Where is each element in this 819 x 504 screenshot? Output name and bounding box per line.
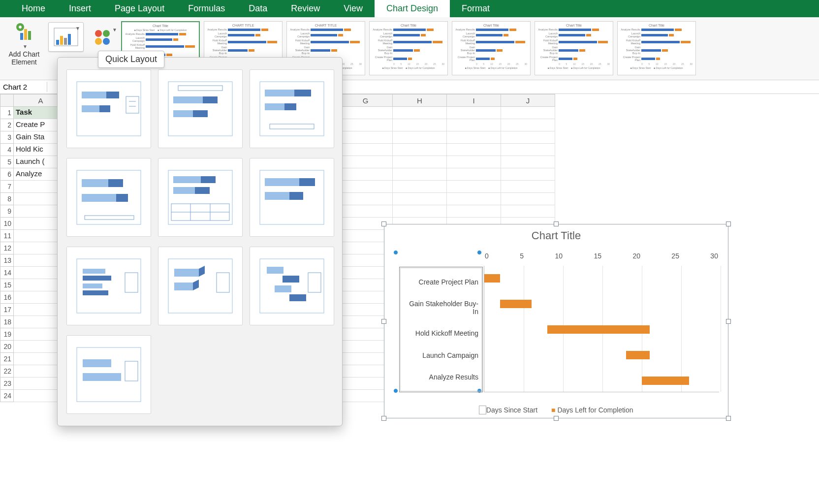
row-header[interactable]: 14 [0, 267, 14, 279]
cell[interactable] [501, 156, 555, 168]
row-header[interactable]: 15 [0, 279, 14, 291]
legend-item-days-left[interactable]: Days Left for Completion [551, 406, 633, 414]
cell[interactable] [501, 131, 555, 144]
chart-bar[interactable] [500, 300, 532, 308]
cell[interactable] [447, 181, 501, 193]
quick-layout-option-5[interactable] [158, 158, 243, 237]
row-header[interactable]: 16 [0, 291, 14, 304]
tab-home[interactable]: Home [10, 0, 57, 17]
cell[interactable] [393, 156, 447, 168]
cell[interactable] [393, 131, 447, 144]
chart-value-axis[interactable]: 051015202530 [484, 252, 719, 260]
cell[interactable] [393, 144, 447, 156]
change-colors-button[interactable]: ▼ [88, 24, 117, 51]
row-header[interactable]: 12 [0, 242, 14, 254]
cell[interactable] [447, 144, 501, 156]
cell[interactable] [339, 144, 393, 156]
add-chart-element-button[interactable]: ▼ Add Chart Element [4, 20, 44, 67]
chart-legend[interactable]: Days Since Start Days Left for Completio… [393, 402, 719, 414]
cell[interactable] [447, 107, 501, 119]
select-all-corner[interactable] [0, 94, 14, 107]
cell[interactable] [393, 107, 447, 119]
chart-style-option-6[interactable]: Chart TitleAnalyze ResultsLaunch Campaig… [535, 21, 613, 75]
row-header[interactable]: 4 [0, 144, 14, 156]
chart-bar[interactable] [642, 377, 689, 385]
cell[interactable] [339, 156, 393, 168]
cell[interactable] [501, 107, 555, 119]
tab-insert[interactable]: Insert [57, 0, 103, 17]
tab-view[interactable]: View [332, 0, 375, 17]
resize-handle[interactable] [554, 221, 559, 226]
row-header[interactable]: 3 [0, 131, 14, 144]
resize-handle[interactable] [554, 416, 559, 421]
row-header[interactable]: 13 [0, 254, 14, 267]
row-header[interactable]: 11 [0, 230, 14, 242]
cell[interactable] [501, 168, 555, 181]
chart-style-option-7[interactable]: Chart TitleAnalyze ResultsLaunch Campaig… [617, 21, 696, 75]
cell[interactable] [339, 131, 393, 144]
cell[interactable] [393, 119, 447, 131]
quick-layout-button[interactable]: ▼ [48, 22, 84, 52]
row-header[interactable]: 19 [0, 328, 14, 341]
cell[interactable] [447, 131, 501, 144]
name-box[interactable]: Chart 2 [0, 82, 47, 92]
row-header[interactable]: 22 [0, 365, 14, 378]
quick-layout-option-1[interactable] [66, 69, 151, 148]
row-header[interactable]: 1 [0, 107, 14, 119]
tab-chart-design[interactable]: Chart Design [375, 0, 450, 17]
cell[interactable] [501, 181, 555, 193]
quick-layout-option-7[interactable] [66, 247, 151, 325]
cell[interactable] [501, 144, 555, 156]
row-header[interactable]: 5 [0, 156, 14, 168]
row-header[interactable]: 18 [0, 316, 14, 328]
row-header[interactable]: 9 [0, 205, 14, 218]
cell[interactable] [393, 205, 447, 218]
cell[interactable] [447, 156, 501, 168]
chart-object[interactable]: Chart Title Create Project PlanGain Stak… [384, 224, 728, 418]
resize-handle[interactable] [381, 221, 386, 226]
tab-review[interactable]: Review [279, 0, 332, 17]
row-header[interactable]: 20 [0, 341, 14, 353]
row-header[interactable]: 8 [0, 193, 14, 205]
resize-handle[interactable] [381, 319, 386, 324]
legend-item-days-since-start[interactable]: Days Since Start [479, 406, 537, 414]
resize-handle[interactable] [726, 221, 731, 226]
tab-format[interactable]: Format [450, 0, 502, 17]
resize-handle[interactable] [726, 319, 731, 324]
quick-layout-option-3[interactable] [250, 69, 334, 148]
column-header[interactable]: G [339, 94, 393, 107]
chart-style-option-5[interactable]: Chart TitleAnalyze ResultsLaunch Campaig… [452, 21, 531, 75]
cell[interactable] [447, 205, 501, 218]
tab-formulas[interactable]: Formulas [176, 0, 237, 17]
chart-plot-area[interactable]: Create Project PlanGain Stakeholder Buy-… [393, 247, 719, 402]
chart-style-option-4[interactable]: Chart TitleAnalyze ResultsLaunch Campaig… [369, 21, 448, 75]
cell[interactable] [393, 193, 447, 205]
chart-bar[interactable] [484, 274, 500, 283]
cell[interactable] [501, 205, 555, 218]
chart-title[interactable]: Chart Title [393, 229, 719, 242]
quick-layout-option-9[interactable] [250, 247, 334, 325]
cell[interactable] [501, 193, 555, 205]
cell[interactable] [339, 181, 393, 193]
cell[interactable] [339, 205, 393, 218]
row-header[interactable]: 23 [0, 378, 14, 390]
cell[interactable] [447, 193, 501, 205]
row-header[interactable]: 24 [0, 390, 14, 402]
row-header[interactable]: 17 [0, 304, 14, 316]
resize-handle[interactable] [726, 416, 731, 421]
column-header[interactable]: J [501, 94, 555, 107]
quick-layout-option-8[interactable] [158, 247, 243, 325]
chart-category-axis[interactable]: Create Project PlanGain Stakeholder Buy-… [399, 267, 483, 392]
cell[interactable] [447, 168, 501, 181]
tab-page-layout[interactable]: Page Layout [103, 0, 176, 17]
quick-layout-option-10[interactable] [66, 335, 151, 414]
column-header[interactable]: H [393, 94, 447, 107]
quick-layout-option-2[interactable] [158, 69, 243, 148]
chart-bar[interactable] [626, 351, 650, 359]
resize-handle[interactable] [381, 416, 386, 421]
row-header[interactable]: 2 [0, 119, 14, 131]
chart-bar[interactable] [547, 325, 650, 334]
column-header[interactable]: I [447, 94, 501, 107]
cell[interactable] [501, 119, 555, 131]
cell[interactable] [393, 181, 447, 193]
